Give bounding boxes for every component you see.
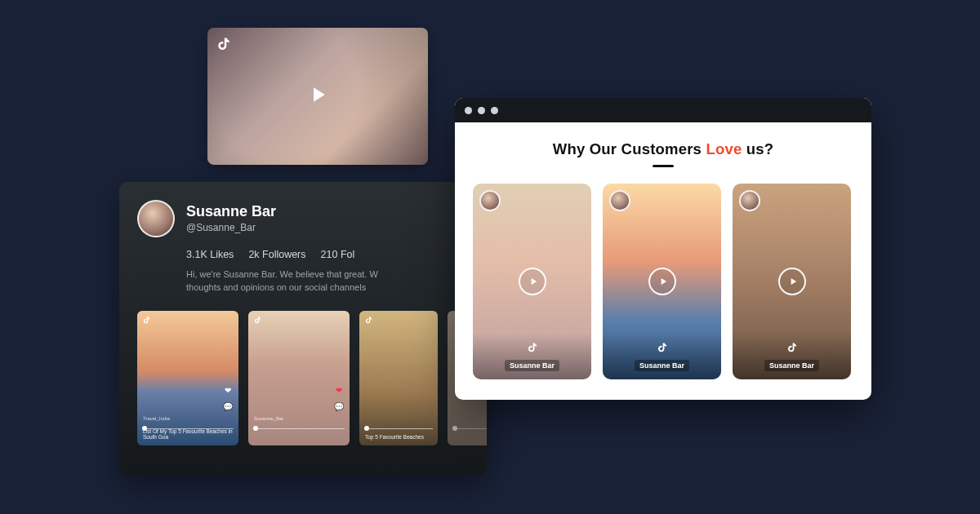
profile-bio: Hi, we're Susanne Bar. We believe that g…	[137, 268, 431, 295]
card-author: Susanne Bar	[635, 360, 689, 371]
traffic-light-minimize[interactable]	[478, 107, 485, 114]
tiktok-icon	[142, 316, 151, 325]
tiktok-icon	[364, 316, 373, 325]
testimonial-row: Susanne Bar Susanne Bar	[473, 184, 853, 379]
tiktok-icon	[786, 342, 798, 354]
engagement-rail: ❤ 💬	[333, 385, 345, 413]
grid-caption-top: Susanne_Bar	[254, 416, 283, 421]
stat-likes: 3.1K Likes	[186, 249, 234, 260]
grid-caption-top: Travel_India	[143, 416, 170, 421]
traffic-light-close[interactable]	[465, 107, 472, 114]
testimonial-card[interactable]: Susanne Bar	[473, 184, 591, 379]
bio-line: Hi, we're Susanne Bar. We believe that g…	[186, 269, 378, 279]
headline-post: us?	[742, 140, 773, 157]
browser-window: Why Our Customers Love us? Susanne Bar	[455, 98, 871, 400]
card-author: Susanne Bar	[764, 360, 819, 371]
play-icon[interactable]	[778, 268, 806, 295]
progress-bar[interactable]	[253, 428, 345, 429]
tiktok-icon	[253, 316, 262, 325]
grid-video-thumb[interactable]: ❤ 💬 Susanne_Bar	[248, 311, 350, 445]
headline-underline	[653, 165, 674, 167]
grid-video-thumb[interactable]: Top 5 Favourite Beaches	[359, 311, 438, 445]
profile-video-grid: ❤ 💬 Travel_India List Of My Top 5 Favour…	[137, 311, 469, 445]
testimonial-card[interactable]: Susanne Bar	[603, 184, 721, 379]
avatar	[739, 190, 760, 211]
grid-caption-bottom: Top 5 Favourite Beaches	[365, 434, 424, 440]
page-headline: Why Our Customers Love us?	[473, 140, 853, 158]
tiktok-icon	[526, 342, 538, 354]
headline-pre: Why Our Customers	[553, 140, 706, 157]
avatar[interactable]	[137, 200, 175, 237]
heart-icon[interactable]: ❤	[222, 385, 234, 397]
comment-icon[interactable]: 💬	[333, 401, 345, 413]
card-author: Susanne Bar	[505, 360, 559, 371]
engagement-rail: ❤ 💬	[222, 385, 234, 413]
testimonial-card[interactable]: Susanne Bar	[733, 184, 851, 379]
browser-titlebar	[455, 98, 871, 122]
profile-stats: 3.1K Likes 2k Followers 210 Fol	[137, 249, 469, 260]
grid-video-thumb[interactable]: ❤ 💬 Travel_India List Of My Top 5 Favour…	[137, 311, 238, 445]
profile-card: Susanne Bar @Susanne_Bar 3.1K Likes 2k F…	[119, 182, 487, 476]
grid-caption-bottom: List Of My Top 5 Favourite Beaches in So…	[143, 428, 238, 440]
play-icon[interactable]	[519, 268, 546, 295]
profile-name: Susanne Bar	[186, 204, 276, 220]
traffic-light-zoom[interactable]	[491, 107, 498, 114]
profile-handle[interactable]: @Susanne_Bar	[186, 222, 276, 233]
bio-line: thoughts and opinions on our social chan…	[186, 282, 366, 292]
avatar	[479, 190, 501, 211]
profile-header: Susanne Bar @Susanne_Bar	[137, 200, 469, 237]
stat-followers: 2k Followers	[248, 249, 305, 260]
play-icon[interactable]	[648, 268, 676, 295]
play-icon[interactable]	[305, 82, 330, 110]
tiktok-icon	[216, 36, 232, 52]
headline-accent: Love	[706, 140, 742, 157]
stat-following: 210 Fol	[321, 249, 355, 260]
progress-bar[interactable]	[364, 428, 433, 429]
avatar	[609, 190, 630, 211]
hero-video-thumb[interactable]	[207, 28, 428, 165]
heart-icon[interactable]: ❤	[333, 385, 345, 397]
progress-bar[interactable]	[452, 428, 487, 429]
tiktok-icon	[656, 342, 668, 354]
comment-icon[interactable]: 💬	[222, 401, 234, 413]
